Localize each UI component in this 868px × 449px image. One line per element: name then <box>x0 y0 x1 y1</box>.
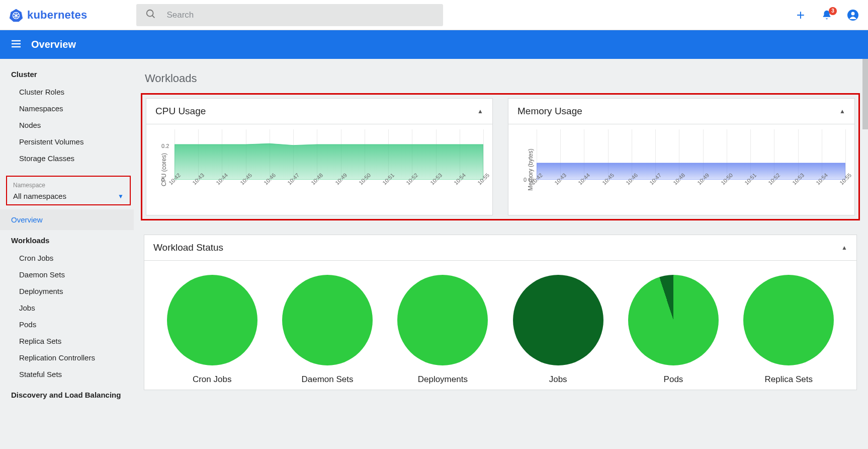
sidebar-item-cron-jobs[interactable]: Cron Jobs <box>0 250 134 266</box>
status-donut-jobs: Jobs <box>513 275 603 385</box>
workload-status-card: Workload Status ▲ Cron JobsDaemon SetsDe… <box>144 235 857 390</box>
pie-chart <box>628 275 719 365</box>
sidebar-group-workloads[interactable]: Workloads <box>0 231 134 250</box>
namespace-selector-value: All namespaces <box>13 192 66 200</box>
sidebar-item-nodes[interactable]: Nodes <box>0 117 134 133</box>
sidebar-item-cluster-roles[interactable]: Cluster Roles <box>0 84 134 100</box>
sidebar-item-daemon-sets[interactable]: Daemon Sets <box>0 266 134 283</box>
sidebar-item-pods[interactable]: Pods <box>0 316 134 333</box>
collapse-button[interactable]: ▲ <box>839 108 845 115</box>
status-donut-cron-jobs: Cron Jobs <box>167 275 257 385</box>
pie-chart <box>513 275 603 365</box>
y-tick: 0 <box>161 177 164 183</box>
sidebar-item-jobs[interactable]: Jobs <box>0 300 134 316</box>
sidebar: Cluster Cluster RolesNamespacesNodesPers… <box>0 59 134 449</box>
sidebar-item-replica-sets[interactable]: Replica Sets <box>0 333 134 349</box>
cpu-usage-card: CPU Usage ▲ CPU (cores) 00.2 10:4210:431… <box>146 98 493 215</box>
status-donut-daemon-sets: Daemon Sets <box>282 275 373 385</box>
sidebar-item-replication-controllers[interactable]: Replication Controllers <box>0 349 134 366</box>
status-donut-replica-sets: Replica Sets <box>743 275 834 385</box>
svg-line-11 <box>152 16 155 18</box>
sidebar-item-namespaces[interactable]: Namespaces <box>0 100 134 117</box>
create-button[interactable]: + <box>795 9 807 21</box>
account-button[interactable] <box>847 9 859 21</box>
search-input[interactable] <box>165 10 434 21</box>
donut-label: Cron Jobs <box>193 375 231 385</box>
pie-chart <box>167 275 257 365</box>
svg-point-13 <box>851 12 855 15</box>
menu-toggle-button[interactable] <box>10 38 22 51</box>
kubernetes-logo-icon <box>9 8 23 22</box>
donut-label: Deployments <box>418 375 468 385</box>
collapse-button[interactable]: ▲ <box>477 108 483 115</box>
notification-badge: 3 <box>829 7 837 15</box>
workload-status-title: Workload Status <box>153 242 223 253</box>
sidebar-item-storage-classes[interactable]: Storage Classes <box>0 150 134 167</box>
namespace-selector-label: Namespace <box>13 182 124 189</box>
y-tick: 0.2 <box>161 143 169 149</box>
main-content: Workloads CPU Usage ▲ CPU (cores) 00.2 1… <box>134 59 868 449</box>
memory-usage-card: Memory Usage ▲ Memory (bytes) 0 Gi 10:42… <box>508 98 855 215</box>
chevron-down-icon: ▼ <box>118 193 124 200</box>
top-header: kubernetes + 3 <box>0 0 868 30</box>
memory-card-title: Memory Usage <box>517 106 582 117</box>
sidebar-group-discovery[interactable]: Discovery and Load Balancing <box>0 386 134 404</box>
page-title: Overview <box>31 39 76 50</box>
donut-label: Replica Sets <box>765 375 813 385</box>
donut-label: Pods <box>664 375 683 385</box>
logo[interactable]: kubernetes <box>9 8 87 22</box>
scrollbar[interactable] <box>862 59 868 129</box>
notifications-button[interactable]: 3 <box>821 9 833 21</box>
pie-chart <box>282 275 373 365</box>
donut-label: Daemon Sets <box>301 375 353 385</box>
sidebar-item-persistent-volumes[interactable]: Persistent Volumes <box>0 133 134 150</box>
cpu-card-title: CPU Usage <box>155 106 206 117</box>
status-donut-deployments: Deployments <box>397 275 488 385</box>
sidebar-item-stateful-sets[interactable]: Stateful Sets <box>0 366 134 383</box>
donut-label: Jobs <box>549 375 567 385</box>
sidebar-item-deployments[interactable]: Deployments <box>0 283 134 300</box>
search-box[interactable] <box>136 4 443 26</box>
collapse-button[interactable]: ▲ <box>841 244 847 251</box>
action-bar: Overview <box>0 30 868 59</box>
search-icon <box>145 9 156 21</box>
pie-chart <box>397 275 488 365</box>
pie-chart <box>743 275 834 365</box>
namespace-selector[interactable]: Namespace All namespaces ▼ <box>6 176 131 205</box>
logo-text: kubernetes <box>27 9 87 22</box>
sidebar-group-cluster[interactable]: Cluster <box>0 65 134 84</box>
sidebar-item-overview[interactable]: Overview <box>0 209 134 230</box>
section-title: Workloads <box>145 72 857 85</box>
status-donut-pods: Pods <box>628 275 719 385</box>
svg-point-10 <box>147 10 153 17</box>
